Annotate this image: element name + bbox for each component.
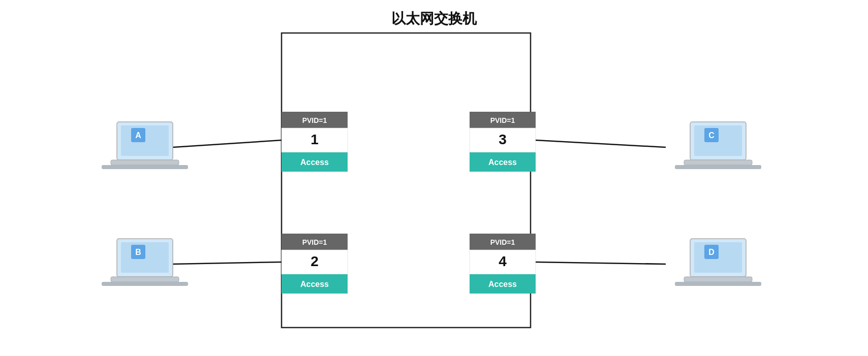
- laptop-c-screen-inner: [694, 125, 742, 156]
- port4-num-bg: [470, 250, 536, 274]
- laptop-b-screen: [117, 239, 173, 277]
- laptop-d-screen-inner: [694, 242, 742, 273]
- line-a-port1: [173, 140, 282, 147]
- laptop-c-screen: [690, 122, 746, 160]
- page-title: 以太网交换机: [0, 9, 868, 28]
- port1-num-bg: [282, 128, 348, 152]
- line-b-port2: [173, 262, 282, 264]
- port3-pvid-bg: [470, 112, 536, 128]
- port2-num-bg: [282, 250, 348, 274]
- port2-num-label: 2: [311, 253, 319, 269]
- port1-pvid-label: PVID=1: [302, 116, 327, 124]
- diagram-svg: PVID=1 1 Access PVID=1 2 Access PVID=1 3…: [0, 0, 868, 356]
- line-port4-d: [536, 262, 666, 264]
- laptop-a-label: A: [135, 131, 141, 140]
- laptop-b-bottom: [102, 282, 188, 286]
- port3-access-bg: [470, 152, 536, 172]
- port2-access-bg: [282, 274, 348, 294]
- port2-pvid-label: PVID=1: [302, 238, 327, 246]
- laptop-b-label-bg: [131, 245, 145, 259]
- laptop-a-label-bg: [131, 128, 145, 142]
- port3-pvid-label: PVID=1: [490, 116, 515, 124]
- laptop-b-base: [111, 277, 179, 282]
- line-port3-c: [536, 140, 666, 147]
- laptop-d-screen: [690, 239, 746, 277]
- port4-access-bg: [470, 274, 536, 294]
- port4-pvid-label: PVID=1: [490, 238, 515, 246]
- port1-access-label: Access: [300, 158, 329, 167]
- port2-pvid-bg: [282, 234, 348, 250]
- laptop-c-base: [684, 160, 752, 165]
- switch-box: [282, 33, 531, 328]
- laptop-d-bottom: [675, 282, 761, 286]
- laptop-a-screen-inner: [121, 125, 169, 156]
- laptop-a-base: [111, 160, 179, 165]
- port2-access-label: Access: [300, 280, 329, 288]
- port1-num-label: 1: [311, 132, 319, 147]
- laptop-a-bottom: [102, 165, 188, 169]
- laptop-c-label: C: [708, 131, 715, 140]
- laptop-d-base: [684, 277, 752, 282]
- laptop-b-screen-inner: [121, 242, 169, 273]
- port3-num-label: 3: [499, 132, 507, 147]
- diagram: 以太网交换机 PVID=1 1 Access PVID=1 2 Access P…: [0, 0, 868, 356]
- laptop-d-label: D: [708, 248, 715, 256]
- laptop-d-label-bg: [704, 245, 719, 259]
- port1-pvid-bg: [282, 112, 348, 128]
- laptop-a-screen: [117, 122, 173, 160]
- laptop-c-label-bg: [704, 128, 719, 142]
- port3-access-label: Access: [488, 158, 517, 167]
- laptop-c-bottom: [675, 165, 761, 169]
- port1-access-bg: [282, 152, 348, 172]
- port4-access-label: Access: [488, 280, 517, 288]
- laptop-b-label: B: [135, 248, 141, 256]
- port4-pvid-bg: [470, 234, 536, 250]
- port3-num-bg: [470, 128, 536, 152]
- port4-num-label: 4: [499, 253, 507, 269]
